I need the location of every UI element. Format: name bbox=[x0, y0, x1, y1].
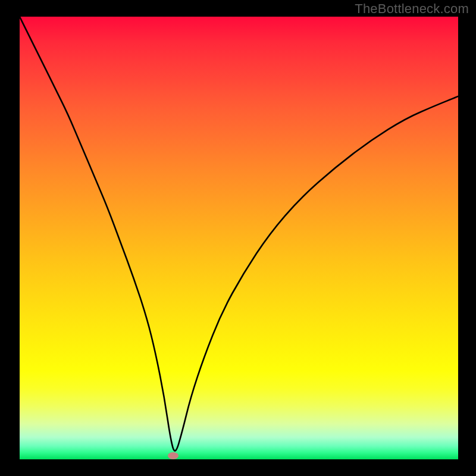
optimal-point-marker bbox=[168, 452, 178, 459]
chart-plot-area bbox=[20, 17, 458, 459]
chart-curve bbox=[20, 17, 458, 459]
bottleneck-curve-path bbox=[20, 17, 458, 451]
watermark-text: TheBottleneck.com bbox=[355, 1, 469, 17]
